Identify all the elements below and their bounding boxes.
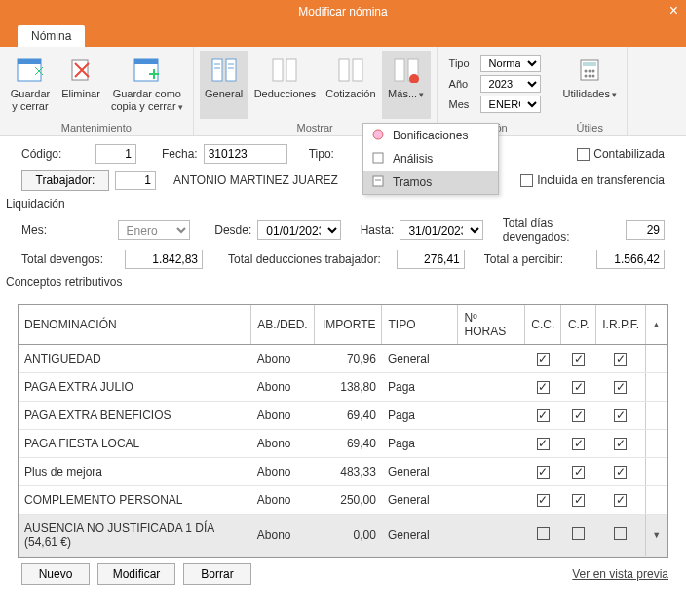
cell-tipo: General xyxy=(382,345,458,373)
col-importe[interactable]: IMPORTE xyxy=(314,305,382,345)
fecha-input[interactable] xyxy=(204,144,287,164)
dias-label: Total días devengados: xyxy=(503,216,614,244)
scrollbar[interactable] xyxy=(646,430,667,458)
checkbox-icon[interactable]: ✓ xyxy=(614,353,627,366)
kv-ano-select[interactable]: 2023 xyxy=(480,75,541,93)
save-copy-button[interactable]: Guardar como copia y cerrar xyxy=(107,51,187,119)
checkbox-icon[interactable] xyxy=(614,527,627,540)
save-close-icon xyxy=(15,55,46,86)
checkbox-icon[interactable]: ✓ xyxy=(572,438,585,450)
col-cp[interactable]: C.P. xyxy=(561,305,596,345)
checkbox-icon[interactable]: ✓ xyxy=(614,494,627,507)
scrollbar[interactable] xyxy=(646,373,667,402)
checkbox-icon[interactable]: ✓ xyxy=(572,409,585,422)
checkbox-icon[interactable]: ✓ xyxy=(572,466,585,479)
save-close-button[interactable]: Guardar y cerrar xyxy=(6,51,55,119)
col-irpf[interactable]: I.R.P.F. xyxy=(596,305,646,345)
borrar-button[interactable]: Borrar xyxy=(183,563,251,585)
cell-abded: Abono xyxy=(251,430,314,458)
checkbox-icon[interactable] xyxy=(572,527,585,540)
checkbox-icon[interactable]: ✓ xyxy=(537,353,550,366)
scrollbar[interactable]: ▼ xyxy=(646,515,667,557)
checkbox-icon[interactable]: ✓ xyxy=(614,466,627,479)
codigo-input[interactable] xyxy=(95,144,136,164)
dias-input[interactable] xyxy=(626,220,665,240)
kv-mes-select[interactable]: ENERO xyxy=(480,96,541,113)
dropdown-bonificaciones[interactable]: Bonificaciones xyxy=(363,124,498,147)
table-row[interactable]: ANTIGUEDADAbono70,96General✓✓✓ xyxy=(19,345,667,373)
checkbox-icon[interactable]: ✓ xyxy=(614,438,627,450)
col-horas[interactable]: Nº HORAS xyxy=(458,305,525,345)
delete-label: Eliminar xyxy=(61,88,100,100)
preview-link[interactable]: Ver en vista previa xyxy=(572,567,668,581)
table-row[interactable]: PAGA EXTRA BENEFICIOSAbono69,40Paga✓✓✓ xyxy=(19,402,667,430)
desde-input[interactable]: 01/01/2023 xyxy=(257,220,341,240)
col-cc[interactable]: C.C. xyxy=(525,305,561,345)
checkbox-icon[interactable]: ✓ xyxy=(537,466,550,479)
general-button[interactable]: General xyxy=(200,51,248,119)
deducciones-button[interactable]: Deducciones xyxy=(250,51,321,119)
trabajador-num-input[interactable] xyxy=(115,171,156,190)
checkbox-icon[interactable]: ✓ xyxy=(572,494,585,507)
checkbox-icon[interactable]: ✓ xyxy=(614,381,627,394)
scrollbar[interactable] xyxy=(646,345,667,373)
percibir-input[interactable] xyxy=(596,250,665,269)
trabajador-button[interactable]: Trabajador: xyxy=(21,170,109,191)
tab-nomina[interactable]: Nómina xyxy=(18,25,85,47)
cell-irpf: ✓ xyxy=(596,373,646,402)
scrollbar[interactable] xyxy=(646,486,667,515)
dropdown-tramos[interactable]: Tramos xyxy=(363,171,498,194)
hasta-input[interactable]: 31/01/2023 xyxy=(400,220,483,240)
dropdown-item-label: Tramos xyxy=(393,175,432,189)
table-row[interactable]: COMPLEMENTO PERSONALAbono250,00General✓✓… xyxy=(19,486,667,515)
modificar-button[interactable]: Modificar xyxy=(97,563,175,585)
mes-select[interactable]: Enero xyxy=(118,220,191,240)
ribbon-group-label: Mantenimiento xyxy=(61,122,132,134)
devengos-input[interactable] xyxy=(125,250,203,269)
dropdown-analisis[interactable]: Análisis xyxy=(363,147,498,171)
dropdown-item-label: Bonificaciones xyxy=(393,129,468,142)
checkbox-icon[interactable]: ✓ xyxy=(572,353,585,366)
checkbox-icon[interactable]: ✓ xyxy=(614,409,627,422)
checkbox-icon[interactable]: ✓ xyxy=(572,381,585,394)
cell-importe: 138,80 xyxy=(314,373,382,402)
scrollbar[interactable] xyxy=(646,458,667,486)
utilidades-button[interactable]: Utilidades xyxy=(559,51,621,119)
checkbox-icon[interactable] xyxy=(537,527,550,540)
contabilizada-checkbox[interactable]: Contabilizada xyxy=(577,147,665,161)
col-tipo[interactable]: TIPO xyxy=(382,305,458,345)
cell-importe: 69,40 xyxy=(314,430,382,458)
close-icon[interactable]: × xyxy=(669,2,678,19)
scroll-up-icon[interactable]: ▲ xyxy=(646,305,667,345)
checkbox-icon[interactable]: ✓ xyxy=(537,494,550,507)
kv-tipo-select[interactable]: Normal xyxy=(480,55,541,72)
general-icon xyxy=(209,55,240,86)
cell-cp xyxy=(561,515,596,557)
cell-horas xyxy=(458,345,525,373)
cotizacion-button[interactable]: Cotización xyxy=(322,51,379,119)
checkbox-icon[interactable]: ✓ xyxy=(537,438,550,450)
table-row[interactable]: PAGA EXTRA JULIOAbono138,80Paga✓✓✓ xyxy=(19,373,667,402)
svg-rect-1 xyxy=(18,59,41,64)
table-row[interactable]: AUSENCIA NO JUSTIFICADA 1 DÍA (54,61 €)A… xyxy=(19,515,667,557)
delete-button[interactable]: Eliminar xyxy=(57,51,105,119)
table-row[interactable]: PAGA FIESTA LOCALAbono69,40Paga✓✓✓ xyxy=(19,430,667,458)
cell-cp: ✓ xyxy=(561,345,596,373)
scrollbar[interactable] xyxy=(646,402,667,430)
ribbon-group-label: Mostrar xyxy=(296,122,332,134)
cell-horas xyxy=(458,486,525,515)
cell-cc: ✓ xyxy=(525,373,561,402)
col-abded[interactable]: AB./DED. xyxy=(251,305,314,345)
ribbon-group-mantenimiento: Guardar y cerrar Eliminar Guardar como c… xyxy=(0,47,194,135)
incluida-checkbox[interactable]: Incluida en transferencia xyxy=(520,173,665,187)
table-row[interactable]: Plus de mejoraAbono483,33General✓✓✓ xyxy=(19,458,667,486)
mas-button[interactable]: Más... xyxy=(382,51,431,119)
cell-den: Plus de mejora xyxy=(19,458,251,486)
deducciones-input[interactable] xyxy=(397,250,465,269)
percibir-label: Total a percibir: xyxy=(484,252,563,266)
bonificaciones-icon xyxy=(371,128,387,143)
col-denominacion[interactable]: DENOMINACIÓN xyxy=(19,305,251,345)
nuevo-button[interactable]: Nuevo xyxy=(21,563,90,585)
checkbox-icon[interactable]: ✓ xyxy=(537,409,550,422)
checkbox-icon[interactable]: ✓ xyxy=(537,381,550,394)
